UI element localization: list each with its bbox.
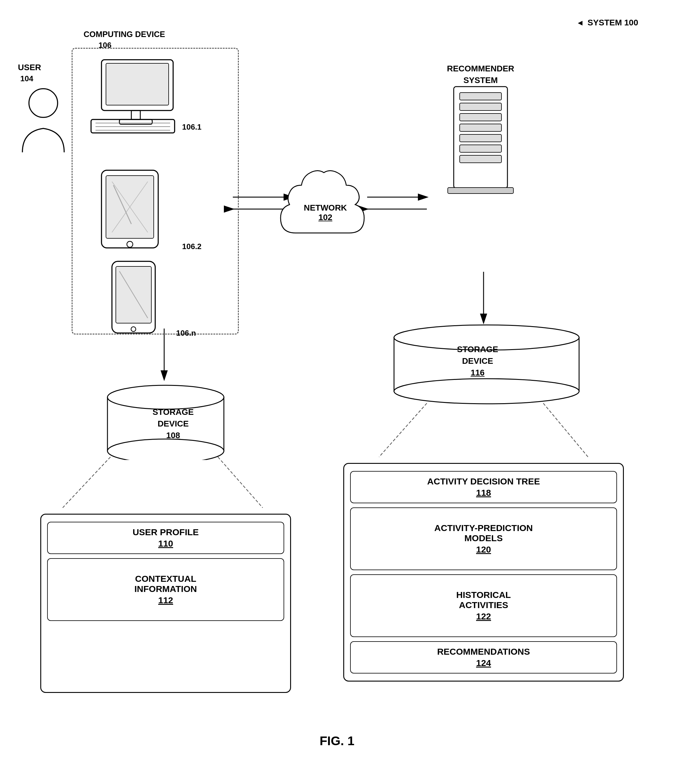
user-label: USER: [18, 63, 41, 72]
svg-point-32: [131, 327, 136, 331]
system-label: ◄ SYSTEM 100: [576, 18, 638, 28]
user-profile-box: USER PROFILE 110: [47, 522, 284, 554]
fig-label: FIG. 1: [320, 734, 355, 748]
svg-rect-39: [460, 103, 502, 110]
svg-rect-44: [460, 155, 502, 163]
diagram: ◄ SYSTEM 100 USER 104 COMPUTING DEVICE 1…: [0, 0, 674, 784]
svg-point-48: [394, 379, 579, 404]
svg-rect-38: [460, 93, 502, 100]
phone-icon: [107, 260, 160, 334]
svg-line-12: [379, 403, 427, 457]
svg-point-25: [127, 241, 133, 247]
network-label: NETWORK 102: [287, 203, 364, 222]
system-text: SYSTEM 100: [587, 18, 638, 28]
activity-decision-tree-box: ACTIVITY DECISION TREE 118: [350, 471, 617, 503]
svg-rect-19: [91, 120, 175, 133]
user-icon: [16, 87, 70, 152]
network-cloud: [272, 155, 376, 239]
storage-right-label: STORAGE DEVICE 116: [412, 344, 543, 379]
svg-line-11: [218, 457, 262, 508]
device-sub1: 106.1: [182, 123, 202, 132]
contextual-info-box: CONTEXTUAL INFORMATION 112: [47, 558, 284, 621]
computing-device-label: COMPUTING DEVICE: [84, 30, 165, 39]
svg-line-10: [63, 457, 110, 508]
device-subn: 106.n: [176, 328, 196, 338]
svg-rect-42: [460, 134, 502, 142]
svg-point-35: [107, 385, 224, 409]
device-sub2: 106.2: [182, 242, 202, 251]
server-icon: [436, 84, 525, 203]
svg-rect-41: [460, 124, 502, 131]
svg-rect-18: [120, 120, 152, 124]
desktop-icon: [90, 57, 191, 134]
storage-left-label: STORAGE DEVICE 108: [113, 406, 233, 442]
tablet-icon: [96, 167, 167, 251]
historical-activities-box: HISTORICAL ACTIVITIES 122: [350, 574, 617, 637]
svg-rect-43: [460, 145, 502, 152]
storage-right-expansion: ACTIVITY DECISION TREE 118 ACTIVITY-PRED…: [343, 463, 624, 681]
svg-point-14: [29, 89, 57, 117]
user-ref: 104: [20, 74, 33, 83]
svg-rect-40: [460, 114, 502, 121]
svg-rect-17: [131, 110, 140, 120]
activity-prediction-models-box: ACTIVITY-PREDICTION MODELS 120: [350, 507, 617, 570]
recommendations-box: RECOMMENDATIONS 124: [350, 641, 617, 674]
svg-rect-45: [448, 188, 513, 193]
svg-line-13: [543, 403, 588, 457]
storage-left-expansion: USER PROFILE 110 CONTEXTUAL INFORMATION …: [40, 514, 291, 693]
svg-rect-16: [106, 63, 169, 105]
svg-point-36: [107, 439, 224, 460]
